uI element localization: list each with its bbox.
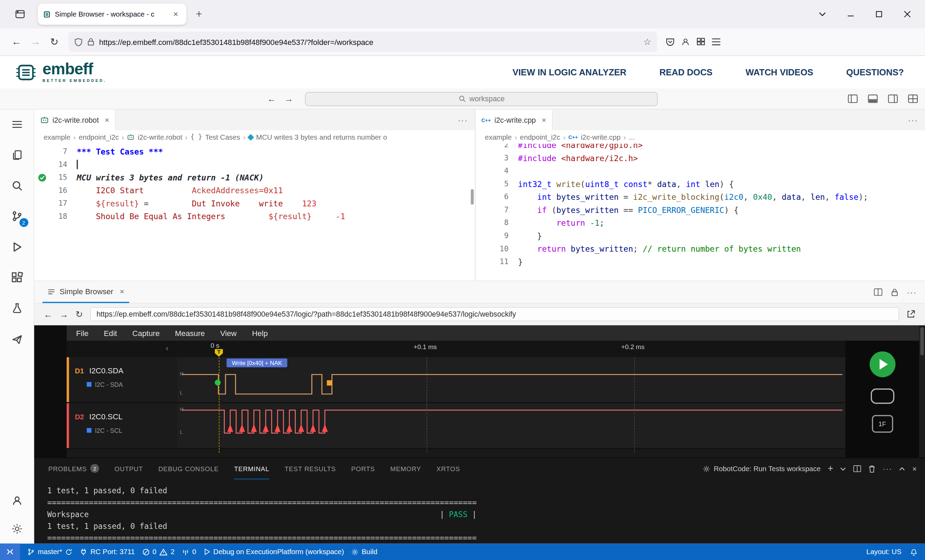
nav-questions[interactable]: QUESTIONS? xyxy=(846,67,904,77)
pan-left-icon[interactable]: ‹ xyxy=(166,344,168,353)
tab-test-results[interactable]: TEST RESULTS xyxy=(285,458,336,479)
branch-status[interactable]: master* xyxy=(27,548,73,556)
toggle-primary-sidebar-icon[interactable] xyxy=(845,91,860,106)
menu-icon[interactable] xyxy=(711,38,721,46)
trigger-marker[interactable]: T xyxy=(215,349,223,357)
menu-measure[interactable]: Measure xyxy=(175,329,205,338)
tab-close-icon[interactable]: × xyxy=(170,8,182,20)
window-close-button[interactable] xyxy=(894,4,920,24)
tab-output[interactable]: OUTPUT xyxy=(114,458,143,479)
settings-gear-icon[interactable] xyxy=(9,521,24,536)
crumb-test-cases[interactable]: Test Cases xyxy=(205,133,240,141)
account-icon[interactable] xyxy=(681,37,690,46)
toggle-secondary-sidebar-icon[interactable] xyxy=(885,91,900,106)
nav-logic-analyzer[interactable]: VIEW IN LOGIC ANALYZER xyxy=(512,67,626,77)
more-actions-icon[interactable]: ··· xyxy=(907,287,917,297)
terminal-task[interactable]: RobotCode: Run Tests workspace xyxy=(702,465,821,473)
editor-scrollbar[interactable] xyxy=(471,189,474,204)
test-pass-icon[interactable] xyxy=(34,171,50,184)
tab-simple-browser[interactable]: Simple Browser × xyxy=(42,281,129,303)
close-panel-icon[interactable]: × xyxy=(912,464,917,473)
robot-code-editor[interactable]: 7*** Test Cases ***1415MCU writes 3 byte… xyxy=(34,144,475,281)
account-icon[interactable] xyxy=(9,493,24,508)
nav-read-docs[interactable]: READ DOCS xyxy=(659,67,713,77)
waveform-scl[interactable]: H L xyxy=(177,403,845,448)
lock-icon[interactable] xyxy=(891,288,898,296)
tracking-shield-icon[interactable] xyxy=(74,38,83,46)
browser-tab[interactable]: Simple Browser - workspace - c × xyxy=(38,3,187,24)
build-task[interactable]: Build xyxy=(351,548,377,556)
cpp-code-editor[interactable]: 2#include <hardware/gpio.h>3#include <ha… xyxy=(476,144,925,281)
menu-help[interactable]: Help xyxy=(252,329,268,338)
open-external-icon[interactable] xyxy=(906,309,915,319)
menu-edit[interactable]: Edit xyxy=(104,329,117,338)
analyzer-timeline[interactable]: ‹ 0 s T +0.1 ms +0.2 ms xyxy=(67,341,845,357)
tab-debug-console[interactable]: DEBUG CONSOLE xyxy=(158,458,219,479)
extensions-icon[interactable] xyxy=(9,270,24,285)
forward-button[interactable]: → xyxy=(26,33,45,51)
toggle-panel-icon[interactable] xyxy=(865,91,880,106)
split-editor-icon[interactable] xyxy=(874,288,883,296)
errors-warnings[interactable]: 0 2 xyxy=(142,548,174,556)
decode-annotation[interactable]: Write [0x40] + NAK xyxy=(227,359,288,368)
more-actions-icon[interactable]: ··· xyxy=(883,464,892,473)
firefox-view-icon[interactable] xyxy=(11,5,30,24)
reload-button[interactable]: ↻ xyxy=(45,33,64,51)
crumb-endpoint-i2c[interactable]: endpoint_i2c xyxy=(520,133,560,141)
crumb-example[interactable]: example xyxy=(44,133,70,141)
menu-file[interactable]: File xyxy=(76,329,89,338)
run-debug-icon[interactable] xyxy=(9,239,24,254)
editor-back-icon[interactable]: ← xyxy=(267,94,276,104)
reload-icon[interactable]: ↻ xyxy=(75,309,83,320)
crumb-example[interactable]: example xyxy=(485,133,512,141)
channel-group-button[interactable]: 1F xyxy=(872,415,893,433)
debug-status[interactable]: Debug on ExecutionPlatform (workspace) xyxy=(203,548,344,556)
search-icon[interactable] xyxy=(9,178,24,193)
command-center-search[interactable]: workspace xyxy=(305,92,658,106)
simple-browser-url[interactable]: https://ep.embeff.com/88dc1ef35301481b98… xyxy=(90,307,899,321)
testing-beaker-icon[interactable] xyxy=(9,301,24,316)
embeff-extension-icon[interactable] xyxy=(9,331,24,346)
new-tab-button[interactable]: + xyxy=(192,7,205,22)
window-minimize-button[interactable] xyxy=(838,4,864,24)
channel-label-scl[interactable]: D2I2C0.SCL I2C - SCL xyxy=(67,403,177,448)
address-bar[interactable]: https://ep.embeff.com/88dc1ef35301481b98… xyxy=(68,32,657,52)
tab-close-icon[interactable]: × xyxy=(542,116,546,125)
tab-problems[interactable]: PROBLEMS2 xyxy=(48,458,99,479)
crumb-file[interactable]: i2c-write.cpp xyxy=(581,133,621,141)
new-terminal-icon[interactable]: + xyxy=(828,463,833,474)
crumb-test-name[interactable]: MCU writes 3 bytes and returns number o xyxy=(256,133,387,141)
tab-ports[interactable]: PORTS xyxy=(351,458,375,479)
layout-status[interactable]: Layout: US xyxy=(866,548,901,556)
bookmark-star-icon[interactable]: ☆ xyxy=(643,37,651,47)
forward-icon[interactable]: → xyxy=(59,309,68,319)
tab-xrtos[interactable]: XRTOS xyxy=(437,458,460,479)
tab-memory[interactable]: MEMORY xyxy=(390,458,421,479)
device-button[interactable] xyxy=(870,389,894,404)
embeff-logo[interactable]: embeff BETTER EMBEDDED. xyxy=(14,60,107,84)
terminal-dropdown-icon[interactable] xyxy=(840,467,846,471)
tab-terminal[interactable]: TERMINAL xyxy=(234,458,270,479)
run-capture-button[interactable] xyxy=(869,351,895,377)
nav-watch-videos[interactable]: WATCH VIDEOS xyxy=(746,67,813,77)
rc-port-status[interactable]: RC Port: 3711 xyxy=(80,548,135,556)
channel-label-sda[interactable]: D1I2C0.SDA I2C - SDA xyxy=(67,357,177,402)
crumb-file[interactable]: i2c-write.robot xyxy=(138,133,182,141)
menu-capture[interactable]: Capture xyxy=(133,329,160,338)
crumb-symbol[interactable]: ... xyxy=(629,133,635,141)
pocket-icon[interactable] xyxy=(666,37,675,46)
menu-view[interactable]: View xyxy=(220,329,237,338)
maximize-panel-icon[interactable] xyxy=(899,467,905,471)
explorer-icon[interactable] xyxy=(9,147,24,162)
kill-terminal-icon[interactable] xyxy=(869,465,875,473)
window-maximize-button[interactable] xyxy=(866,4,892,24)
list-tabs-chevron-icon[interactable] xyxy=(809,4,835,24)
tab-i2c-write-cpp[interactable]: C++ i2c-write.cpp × xyxy=(476,110,553,130)
tab-i2c-write-robot[interactable]: i2c-write.robot × xyxy=(34,110,116,130)
remote-indicator[interactable] xyxy=(0,543,20,560)
ports-status[interactable]: 0 xyxy=(182,548,196,556)
customize-layout-icon[interactable] xyxy=(905,91,920,106)
split-terminal-icon[interactable] xyxy=(853,465,862,472)
source-control-icon[interactable]: 2 xyxy=(9,209,24,224)
editor-forward-icon[interactable]: → xyxy=(284,94,293,104)
